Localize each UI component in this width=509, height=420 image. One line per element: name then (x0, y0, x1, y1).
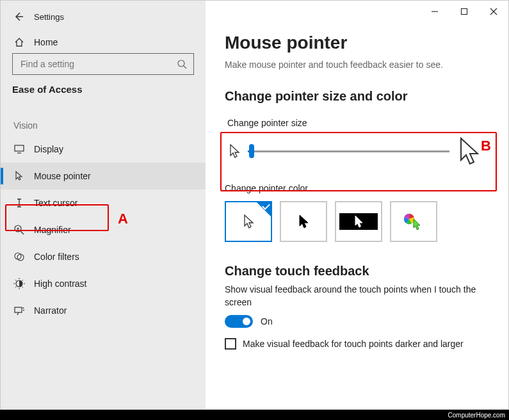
sidebar-item-mouse-pointer[interactable]: Mouse pointer (1, 163, 206, 190)
svg-line-6 (20, 231, 24, 234)
sidebar-item-display[interactable]: Display (1, 136, 206, 163)
window-controls (206, 1, 508, 22)
category-title: Ease of Access (1, 84, 206, 104)
text-cursor-icon (13, 197, 25, 209)
sidebar-item-magnifier[interactable]: Magnifier (1, 216, 206, 243)
maximize-button[interactable] (449, 1, 479, 22)
monitor-icon (13, 143, 25, 155)
minimize-button[interactable] (420, 1, 449, 22)
sidebar-item-label: Magnifier (34, 225, 71, 235)
pointer-color-options (225, 197, 489, 246)
toggle-state-label: On (261, 316, 273, 327)
section-size-color: Change pointer size and color (225, 89, 489, 104)
sidebar-item-narrator[interactable]: Narrator (1, 297, 206, 324)
back-button[interactable] (10, 8, 28, 26)
color-option-black[interactable] (280, 201, 327, 242)
sidebar-item-label: High contrast (34, 279, 86, 289)
close-button[interactable] (479, 1, 508, 22)
pointer-icon (13, 170, 25, 182)
home-icon (13, 36, 25, 48)
small-cursor-icon (227, 143, 241, 159)
sidebar-item-label: Text cursor (34, 198, 77, 208)
svg-rect-2 (15, 145, 24, 151)
svg-rect-20 (15, 307, 22, 312)
arrow-left-icon (13, 12, 24, 22)
content-pane: Mouse pointer Make mouse pointer and tou… (206, 1, 508, 409)
page-title: Mouse pointer (225, 33, 489, 53)
narrator-icon (13, 305, 25, 316)
pointer-size-slider[interactable] (248, 142, 449, 160)
svg-point-22 (23, 310, 24, 311)
sidebar-item-text-cursor[interactable]: Text cursor (1, 190, 206, 216)
touch-feedback-toggle[interactable] (225, 315, 253, 328)
color-option-custom[interactable] (390, 201, 437, 242)
home-label: Home (34, 37, 58, 47)
darker-larger-checkbox[interactable] (225, 338, 236, 350)
color-option-white[interactable] (225, 201, 272, 242)
svg-point-0 (178, 60, 184, 67)
section-touch-feedback: Change touch feedback (225, 264, 489, 279)
svg-rect-24 (462, 9, 467, 15)
darker-larger-label: Make visual feedback for touch points da… (243, 339, 464, 349)
page-footer: ComputerHope.com (0, 410, 509, 420)
touch-feedback-description: Show visual feedback around the touch po… (225, 284, 489, 309)
pointer-size-label: Change pointer size (227, 118, 481, 128)
darker-larger-checkbox-row[interactable]: Make visual feedback for touch points da… (225, 338, 489, 350)
svg-line-19 (22, 280, 24, 281)
svg-point-21 (23, 307, 24, 309)
home-nav-item[interactable]: Home (1, 29, 206, 53)
search-box[interactable] (12, 53, 194, 75)
svg-line-17 (22, 287, 24, 288)
section-label: Vision (1, 104, 206, 136)
color-option-inverted[interactable] (335, 201, 382, 242)
search-icon (177, 59, 187, 69)
sidebar-item-label: Narrator (34, 305, 67, 316)
color-filters-icon (13, 251, 25, 262)
sidebar-item-color-filters[interactable]: Color filters (1, 243, 206, 270)
sidebar-item-high-contrast[interactable]: High contrast (1, 270, 206, 297)
large-cursor-icon (456, 136, 481, 166)
pointer-color-label: Change pointer color (225, 183, 489, 193)
magnifier-icon (13, 224, 25, 236)
contrast-icon (13, 278, 25, 289)
settings-window: Settings Home Ease of Access Vision Disp… (0, 0, 509, 410)
search-input[interactable] (19, 58, 177, 70)
sidebar-item-label: Mouse pointer (34, 171, 91, 181)
footer-credit: ComputerHope.com (448, 412, 505, 419)
svg-line-18 (15, 287, 17, 288)
svg-line-1 (184, 66, 186, 69)
sidebar: Settings Home Ease of Access Vision Disp… (1, 1, 206, 409)
window-title: Settings (34, 12, 64, 22)
page-subtitle: Make mouse pointer and touch feedback ea… (225, 60, 489, 70)
sidebar-item-label: Display (34, 144, 63, 154)
sidebar-item-label: Color filters (34, 252, 79, 262)
svg-line-16 (15, 280, 17, 281)
